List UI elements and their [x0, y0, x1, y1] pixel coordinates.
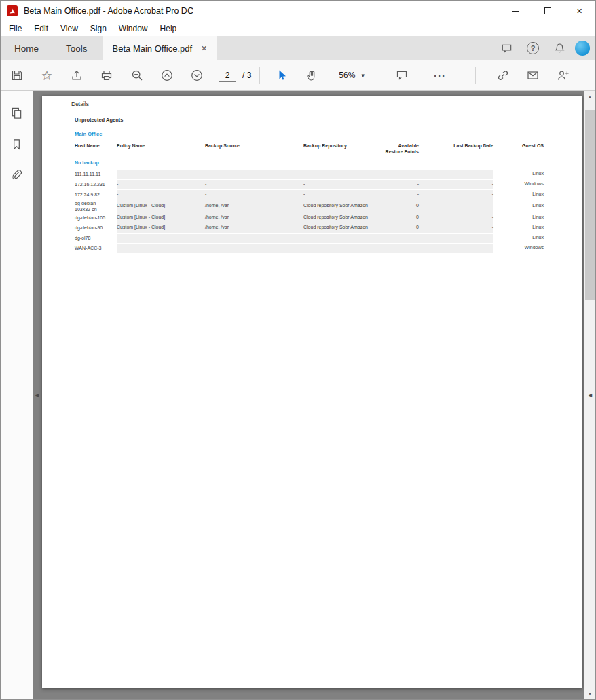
cell-backup-repository: - [303, 245, 385, 251]
maximize-icon [544, 7, 551, 14]
row-shaded-band: - - - - - [117, 190, 493, 200]
menu-window[interactable]: Window [113, 22, 154, 35]
cell-host-name: dg-ol78 [71, 234, 117, 243]
left-navigation-rail [1, 91, 33, 699]
cell-guest-os: Windows [493, 180, 551, 189]
cell-guest-os: Linux [493, 234, 551, 243]
next-page-button[interactable] [182, 63, 212, 88]
toolbar-separator [259, 67, 260, 84]
cell-restore-points: 0 [385, 225, 419, 231]
save-icon [10, 69, 24, 82]
pdf-page: Details Unprotected Agents Main Office H… [42, 96, 582, 688]
tab-home[interactable]: Home [1, 36, 52, 60]
menu-view[interactable]: View [54, 22, 84, 35]
feedback-button[interactable] [496, 37, 517, 59]
zoom-out-icon [130, 69, 144, 82]
cell-policy-name: - [117, 171, 205, 177]
menu-bar: File Edit View Sign Window Help [1, 21, 595, 36]
minimize-button[interactable] [500, 1, 532, 21]
page-thumbnails-icon [10, 107, 23, 119]
attachments-button[interactable] [5, 164, 29, 187]
row-shaded-band: - - - - - [117, 170, 493, 179]
section-divider-rule [71, 111, 551, 111]
cell-restore-points: - [385, 245, 419, 251]
print-button[interactable] [92, 63, 122, 88]
menu-edit[interactable]: Edit [28, 22, 54, 35]
cell-backup-source: - [205, 245, 303, 251]
scroll-up-button[interactable]: ▲ [584, 91, 595, 103]
column-header-available-restore-points: Available Restore Points [385, 143, 419, 155]
tab-close-icon[interactable]: ✕ [201, 44, 207, 53]
column-header-host-name: Host Name [71, 143, 117, 149]
cell-last-backup-date: - [419, 235, 493, 241]
upload-icon [70, 69, 83, 82]
scroll-down-button[interactable]: ▼ [584, 688, 595, 699]
page-up-icon [160, 69, 174, 82]
toolbar: ☆ 2 / 3 56% ▾ [1, 60, 595, 91]
page-count-label: / 3 [242, 71, 251, 80]
more-tools-button[interactable]: ··· [425, 63, 455, 88]
menu-file[interactable]: File [3, 22, 28, 35]
select-tool-button[interactable] [267, 63, 297, 88]
report-section-title: Details [71, 100, 89, 108]
tab-document-label: Beta Main Office.pdf [113, 43, 193, 54]
bell-icon [553, 42, 566, 55]
comment-tool-button[interactable] [387, 63, 417, 88]
row-shaded-band: Custom [Linux - Cloud] /home, /var Cloud… [117, 223, 493, 233]
open-right-pane-arrow[interactable]: ◄ [587, 392, 593, 399]
cell-backup-source: - [205, 235, 303, 241]
send-email-button[interactable] [518, 63, 548, 88]
table-row: dg-debian-90 Custom [Linux - Cloud] /hom… [71, 223, 551, 233]
table-row: dg-debian-103x32-ch Custom [Linux - Clou… [71, 200, 551, 213]
comment-icon [395, 69, 409, 82]
zoom-level-value: 56% [339, 71, 355, 80]
user-avatar[interactable] [575, 41, 590, 56]
cell-backup-source: - [205, 171, 303, 177]
close-button[interactable]: ✕ [563, 1, 595, 21]
row-shaded-band: Custom [Linux - Cloud] /home, /var Cloud… [117, 200, 493, 213]
column-header-guest-os: Guest OS [493, 143, 551, 149]
cell-backup-repository: - [303, 235, 385, 241]
acrobat-logo-icon [7, 5, 18, 16]
share-file-button[interactable] [62, 63, 92, 88]
help-button[interactable]: ? [522, 37, 544, 59]
window-title: Beta Main Office.pdf - Adobe Acrobat Pro… [24, 6, 193, 16]
zoom-level-dropdown[interactable]: 56% ▾ [331, 65, 373, 86]
hand-tool-button[interactable] [297, 63, 327, 88]
document-viewport[interactable]: Details Unprotected Agents Main Office H… [33, 91, 584, 699]
table-row: dg-debian-105 Custom [Linux - Cloud] /ho… [71, 213, 551, 223]
notifications-button[interactable] [548, 37, 570, 59]
menu-sign[interactable]: Sign [84, 22, 113, 35]
bookmarks-button[interactable] [5, 133, 29, 155]
acrobat-window: Beta Main Office.pdf - Adobe Acrobat Pro… [0, 0, 596, 700]
maximize-button[interactable] [532, 1, 563, 21]
table-header-row: Host Name Policy Name Backup Source Back… [71, 143, 551, 155]
title-bar: Beta Main Office.pdf - Adobe Acrobat Pro… [1, 1, 595, 21]
star-icon: ☆ [41, 69, 52, 82]
column-header-policy-name: Policy Name [117, 143, 205, 149]
previous-page-button[interactable] [152, 63, 182, 88]
page-thumbnails-button[interactable] [5, 102, 29, 124]
cell-policy-name: Custom [Linux - Cloud] [117, 215, 205, 221]
cell-guest-os: Linux [493, 170, 551, 179]
cell-guest-os: Linux [493, 190, 551, 200]
scrollbar-thumb[interactable] [585, 110, 595, 300]
zoom-out-button[interactable] [122, 63, 152, 88]
collapse-left-pane-arrow[interactable]: ◄ [34, 392, 40, 399]
select-cursor-icon [275, 69, 288, 82]
page-down-icon [190, 69, 204, 82]
tab-document[interactable]: Beta Main Office.pdf ✕ [103, 36, 217, 60]
share-link-button[interactable] [488, 63, 518, 88]
cell-guest-os: Windows [493, 244, 551, 253]
cell-backup-repository: - [303, 191, 385, 198]
tab-tools[interactable]: Tools [52, 36, 101, 60]
cell-last-backup-date: - [419, 191, 493, 198]
cell-policy-name: - [117, 235, 205, 241]
save-button[interactable] [2, 63, 32, 88]
paperclip-icon [10, 169, 23, 182]
favorites-button[interactable]: ☆ [32, 63, 62, 88]
share-with-people-button[interactable] [548, 63, 578, 88]
menu-help[interactable]: Help [154, 22, 183, 35]
page-number-input[interactable]: 2 [219, 69, 236, 82]
cell-policy-name: - [117, 181, 205, 187]
